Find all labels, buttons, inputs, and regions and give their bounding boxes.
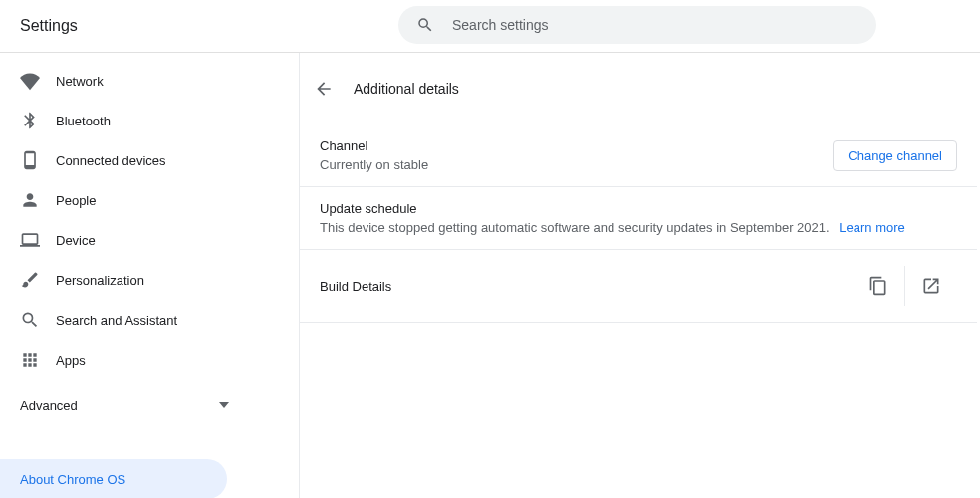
sidebar-item-label: People [56, 193, 96, 208]
sidebar-item-label: Connected devices [56, 153, 166, 168]
open-external-button[interactable] [905, 266, 957, 306]
bluetooth-icon [20, 111, 40, 130]
sidebar-item-label: Device [56, 233, 96, 248]
sidebar-item-apps[interactable]: Apps [0, 340, 249, 379]
open-in-new-icon [921, 276, 941, 296]
sidebar-item-people[interactable]: People [0, 180, 249, 220]
sidebar-item-personalization[interactable]: Personalization [0, 260, 249, 300]
brush-icon [20, 270, 40, 290]
apps-grid-icon [20, 350, 40, 370]
advanced-label: Advanced [20, 398, 78, 413]
sidebar-item-about-chrome-os[interactable]: About Chrome OS [0, 459, 227, 498]
update-title: Update schedule [320, 201, 417, 216]
sidebar-item-label: Apps [56, 353, 86, 368]
update-sub: This device stopped getting automatic so… [320, 220, 830, 235]
update-schedule-row: Update schedule This device stopped gett… [300, 187, 977, 250]
chevron-down-icon [219, 400, 229, 410]
sidebar: Network Bluetooth Connected devices Peop… [0, 53, 249, 498]
laptop-icon [20, 230, 40, 250]
copy-icon [868, 276, 888, 296]
phone-icon [20, 150, 40, 170]
channel-row: Channel Currently on stable Change chann… [300, 124, 977, 187]
about-label: About Chrome OS [20, 472, 125, 487]
build-title: Build Details [320, 279, 853, 294]
sidebar-advanced-toggle[interactable]: Advanced [0, 385, 249, 425]
sidebar-item-label: Network [56, 74, 104, 89]
learn-more-link[interactable]: Learn more [839, 220, 904, 235]
main-panel: Additional details Channel Currently on … [299, 53, 980, 498]
wifi-icon [20, 71, 40, 91]
channel-sub: Currently on stable [320, 157, 428, 172]
sidebar-item-search-assistant[interactable]: Search and Assistant [0, 300, 249, 340]
back-arrow-icon[interactable] [314, 79, 334, 99]
copy-button[interactable] [853, 266, 904, 306]
sidebar-item-bluetooth[interactable]: Bluetooth [0, 101, 249, 140]
sidebar-item-device[interactable]: Device [0, 220, 249, 260]
sidebar-item-label: Personalization [56, 273, 144, 288]
search-icon [416, 16, 434, 34]
channel-title: Channel [320, 138, 428, 153]
build-details-row[interactable]: Build Details [300, 250, 977, 323]
page-app-title: Settings [20, 17, 78, 35]
search-input[interactable] [452, 17, 858, 33]
person-icon [20, 190, 40, 210]
sidebar-item-network[interactable]: Network [0, 61, 249, 101]
search-icon [20, 310, 40, 330]
search-box[interactable] [398, 6, 876, 44]
sidebar-item-label: Bluetooth [56, 114, 111, 128]
change-channel-button[interactable]: Change channel [833, 140, 957, 171]
sidebar-item-label: Search and Assistant [56, 313, 177, 328]
page-title: Additional details [354, 81, 459, 97]
sidebar-item-connected-devices[interactable]: Connected devices [0, 140, 249, 180]
